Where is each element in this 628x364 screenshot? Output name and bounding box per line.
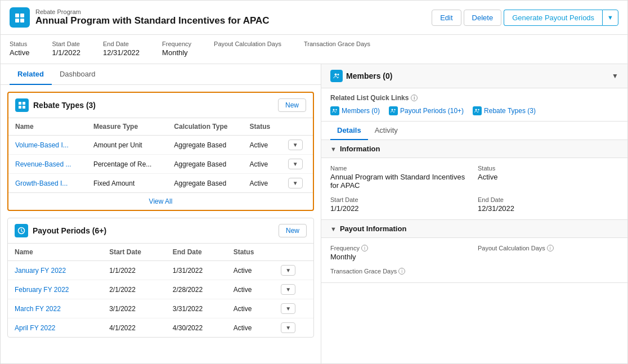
payout-periods-title: Payout Periods (6+) xyxy=(15,224,106,237)
col-calc: Calculation Type xyxy=(167,118,243,136)
rt-measure: Amount per Unit xyxy=(87,136,167,155)
pp-col-name: Name xyxy=(8,244,102,261)
information-chevron: ▼ xyxy=(330,146,337,152)
freq-info-icon[interactable]: i xyxy=(361,245,368,251)
breadcrumb: Rebate Program xyxy=(35,8,270,15)
table-row: Growth-Based I... Fixed Amount Aggregate… xyxy=(8,174,313,193)
payout-calc-days-label: Payout Calculation Days i xyxy=(478,245,618,251)
delete-button[interactable]: Delete xyxy=(464,10,502,26)
header-left: Rebate Program Annual Program with Stand… xyxy=(10,7,270,28)
transaction-grace-field: Transaction Grace Days i xyxy=(330,268,471,276)
members-icon xyxy=(330,70,343,82)
pp-start: 3/1/2022 xyxy=(102,299,166,318)
generate-button[interactable]: Generate Payout Periods xyxy=(504,10,602,26)
tab-related[interactable]: Related xyxy=(10,64,52,85)
payout-info-body: Frequency i Monthly Payout Calculation D… xyxy=(321,238,627,283)
payout-periods-new-button[interactable]: New xyxy=(279,224,307,237)
left-tabs: Related Dashboard xyxy=(1,64,321,85)
meta-payout-calc-label: Payout Calculation Days xyxy=(214,41,281,47)
quick-link-item[interactable]: Payout Periods (10+) xyxy=(389,106,464,115)
members-bar: Members (0) ▼ xyxy=(321,64,627,88)
pp-dropdown: ▼ xyxy=(274,299,313,318)
info-name-value: Annual Program with Standard Incentives … xyxy=(330,173,471,190)
payout-info-chevron: ▼ xyxy=(330,226,337,232)
pp-name: April FY 2022 xyxy=(8,318,102,338)
quick-links-info-icon[interactable]: i xyxy=(411,95,418,101)
tab-activity[interactable]: Activity xyxy=(368,122,405,140)
table-row: March FY 2022 3/1/2022 3/31/2022 Active … xyxy=(8,299,313,318)
quick-link-label: Rebate Types (3) xyxy=(484,107,536,115)
payout-calc-info-icon[interactable]: i xyxy=(547,245,554,251)
table-row: Volume-Based I... Amount per Unit Aggreg… xyxy=(8,136,313,155)
svg-rect-2 xyxy=(15,19,19,23)
left-panel: Related Dashboard Rebate Types (3) New xyxy=(1,64,321,363)
quick-link-item[interactable]: Members (0) xyxy=(330,106,380,115)
info-start-value: 1/1/2022 xyxy=(330,204,471,213)
quick-links: Related List Quick Links i Members (0)Pa… xyxy=(321,88,627,122)
information-grid: Name Annual Program with Standard Incent… xyxy=(330,165,618,213)
left-scrollable: Rebate Types (3) New Name Measure Type C… xyxy=(1,85,321,363)
info-end-label: End Date xyxy=(478,196,618,203)
meta-status: Status Active xyxy=(10,41,29,57)
meta-grace-label: Transaction Grace Days xyxy=(304,41,370,47)
pp-start: 1/1/2022 xyxy=(102,261,166,280)
svg-point-11 xyxy=(333,109,335,111)
svg-point-13 xyxy=(392,109,393,111)
payout-freq-value: Monthly xyxy=(330,253,471,261)
information-section-header[interactable]: ▼ Information xyxy=(321,140,627,158)
payout-periods-header: Payout Periods (6+) New xyxy=(8,218,313,244)
pp-name: March FY 2022 xyxy=(8,299,102,318)
svg-point-12 xyxy=(335,109,337,110)
payout-info-title: Payout Information xyxy=(340,224,406,233)
edit-button[interactable]: Edit xyxy=(432,10,461,26)
payout-freq-label: Frequency i xyxy=(330,245,471,251)
app-header: Rebate Program Annual Program with Stand… xyxy=(1,1,627,35)
svg-point-14 xyxy=(394,109,395,110)
payout-info-header[interactable]: ▼ Payout Information xyxy=(321,220,627,238)
rebate-types-view-all[interactable]: View All xyxy=(8,192,313,210)
pp-dropdown: ▼ xyxy=(274,280,313,299)
svg-point-16 xyxy=(478,109,479,110)
pp-col-status: Status xyxy=(227,244,275,261)
pp-col-action xyxy=(274,244,313,261)
info-status-label: Status xyxy=(478,165,618,172)
rt-calc: Aggregate Based xyxy=(167,136,243,155)
pp-end: 4/30/2022 xyxy=(166,318,227,338)
grace-info-icon[interactable]: i xyxy=(398,268,405,275)
payout-freq-field: Frequency i Monthly xyxy=(330,245,471,261)
members-collapse-button[interactable]: ▼ xyxy=(612,72,618,80)
detail-tabs: Details Activity xyxy=(321,122,627,140)
info-status-field: Status Active xyxy=(478,165,618,190)
meta-payout-calc: Payout Calculation Days xyxy=(214,41,281,57)
pp-dropdown: ▼ xyxy=(274,318,313,338)
pp-col-start: Start Date xyxy=(102,244,166,261)
table-row: Revenue-Based ... Percentage of Re... Ag… xyxy=(8,155,313,174)
rt-status: Active xyxy=(243,174,281,193)
tab-details[interactable]: Details xyxy=(330,122,368,140)
rt-dropdown: ▼ xyxy=(281,136,313,155)
col-action xyxy=(281,118,313,136)
quick-link-item[interactable]: Rebate Types (3) xyxy=(473,106,536,115)
svg-rect-7 xyxy=(23,106,25,109)
transaction-grace-label: Transaction Grace Days i xyxy=(330,268,471,275)
meta-status-label: Status xyxy=(10,41,29,47)
generate-dropdown-button[interactable]: ▼ xyxy=(602,10,618,26)
info-status-value: Active xyxy=(478,173,618,181)
tab-dashboard[interactable]: Dashboard xyxy=(52,64,104,85)
right-panel: Members (0) ▼ Related List Quick Links i… xyxy=(321,64,627,363)
rebate-types-new-button[interactable]: New xyxy=(278,98,306,112)
rebate-types-table: Name Measure Type Calculation Type Statu… xyxy=(8,118,313,192)
payout-calc-days-field: Payout Calculation Days i xyxy=(478,245,618,261)
svg-point-10 xyxy=(338,74,339,75)
svg-rect-0 xyxy=(15,14,19,17)
meta-frequency: Frequency Monthly xyxy=(162,41,191,57)
rt-dropdown: ▼ xyxy=(281,155,313,174)
members-title-text: Members (0) xyxy=(346,71,392,80)
table-row: February FY 2022 2/1/2022 2/28/2022 Acti… xyxy=(8,280,313,299)
svg-rect-1 xyxy=(20,14,24,17)
rebate-types-title-text: Rebate Types (3) xyxy=(33,101,96,110)
information-body: Name Annual Program with Standard Incent… xyxy=(321,158,627,220)
rt-name: Volume-Based I... xyxy=(8,136,87,155)
quick-link-icon xyxy=(473,106,482,115)
pp-status: Active xyxy=(227,299,275,318)
